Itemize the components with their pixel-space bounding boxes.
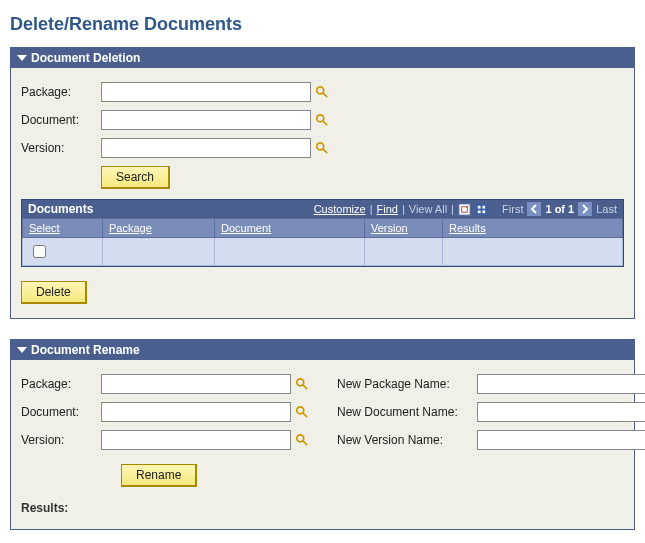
svg-point-2	[317, 115, 324, 122]
svg-line-3	[323, 121, 327, 125]
search-button[interactable]: Search	[101, 166, 170, 189]
col-package[interactable]: Package	[109, 222, 152, 234]
row-results	[443, 238, 623, 266]
col-version[interactable]: Version	[371, 222, 408, 234]
document-input[interactable]	[101, 110, 311, 130]
new-package-label: New Package Name:	[337, 377, 477, 391]
rename-document-input[interactable]	[101, 402, 291, 422]
grid-prev-icon[interactable]	[527, 202, 541, 216]
grid-next-icon[interactable]	[578, 202, 592, 216]
grid-download-icon[interactable]	[475, 203, 488, 216]
rename-button[interactable]: Rename	[121, 464, 197, 487]
svg-point-4	[317, 143, 324, 150]
new-document-label: New Document Name:	[337, 405, 477, 419]
col-results[interactable]: Results	[449, 222, 486, 234]
version-label: Version:	[21, 141, 101, 155]
version-input[interactable]	[101, 138, 311, 158]
results-label: Results:	[21, 501, 624, 515]
row-document	[215, 238, 365, 266]
svg-rect-7	[476, 203, 487, 214]
row-package	[103, 238, 215, 266]
svg-rect-9	[482, 205, 485, 208]
document-deletion-section: Document Deletion Package: Document: Ver…	[10, 47, 635, 319]
document-deletion-title: Document Deletion	[31, 51, 140, 65]
document-label: Document:	[21, 113, 101, 127]
grid-range: 1 of 1	[545, 203, 574, 215]
package-label: Package:	[21, 85, 101, 99]
new-package-input[interactable]	[477, 374, 645, 394]
col-document[interactable]: Document	[221, 222, 271, 234]
svg-rect-8	[478, 205, 481, 208]
page-title: Delete/Rename Documents	[10, 14, 635, 35]
new-version-label: New Version Name:	[337, 433, 477, 447]
svg-line-1	[323, 93, 327, 97]
grid-view-all[interactable]: View All	[409, 203, 447, 215]
package-lookup-icon[interactable]	[315, 85, 329, 99]
grid-last[interactable]: Last	[596, 203, 617, 215]
svg-point-16	[297, 435, 304, 442]
svg-line-17	[303, 441, 307, 445]
svg-line-13	[303, 385, 307, 389]
collapse-icon	[17, 347, 27, 353]
grid-find-link[interactable]: Find	[377, 203, 398, 215]
new-document-input[interactable]	[477, 402, 645, 422]
rename-package-label: Package:	[21, 377, 101, 391]
document-deletion-header[interactable]: Document Deletion	[11, 48, 634, 68]
row-select-checkbox[interactable]	[33, 245, 46, 258]
svg-rect-10	[478, 210, 481, 213]
grid-title: Documents	[28, 202, 93, 216]
rename-document-lookup-icon[interactable]	[295, 405, 309, 419]
grid-zoom-icon[interactable]	[458, 203, 471, 216]
rename-version-label: Version:	[21, 433, 101, 447]
svg-line-5	[323, 149, 327, 153]
svg-point-0	[317, 87, 324, 94]
rename-document-label: Document:	[21, 405, 101, 419]
document-rename-title: Document Rename	[31, 343, 140, 357]
row-version	[365, 238, 443, 266]
svg-point-12	[297, 379, 304, 386]
svg-point-14	[297, 407, 304, 414]
new-version-input[interactable]	[477, 430, 645, 450]
svg-rect-6	[459, 203, 470, 214]
svg-line-15	[303, 413, 307, 417]
grid-first[interactable]: First	[502, 203, 523, 215]
rename-version-lookup-icon[interactable]	[295, 433, 309, 447]
svg-rect-11	[482, 210, 485, 213]
document-lookup-icon[interactable]	[315, 113, 329, 127]
rename-version-input[interactable]	[101, 430, 291, 450]
version-lookup-icon[interactable]	[315, 141, 329, 155]
rename-package-input[interactable]	[101, 374, 291, 394]
document-rename-header[interactable]: Document Rename	[11, 340, 634, 360]
documents-table: Select Package Document Version Results	[22, 218, 623, 266]
package-input[interactable]	[101, 82, 311, 102]
collapse-icon	[17, 55, 27, 61]
document-rename-section: Document Rename Package: Document:	[10, 339, 635, 530]
col-select[interactable]: Select	[29, 222, 60, 234]
rename-package-lookup-icon[interactable]	[295, 377, 309, 391]
table-row	[23, 238, 623, 266]
grid-customize-link[interactable]: Customize	[314, 203, 366, 215]
documents-grid: Documents Customize | Find | View All |	[21, 199, 624, 267]
delete-button[interactable]: Delete	[21, 281, 87, 304]
